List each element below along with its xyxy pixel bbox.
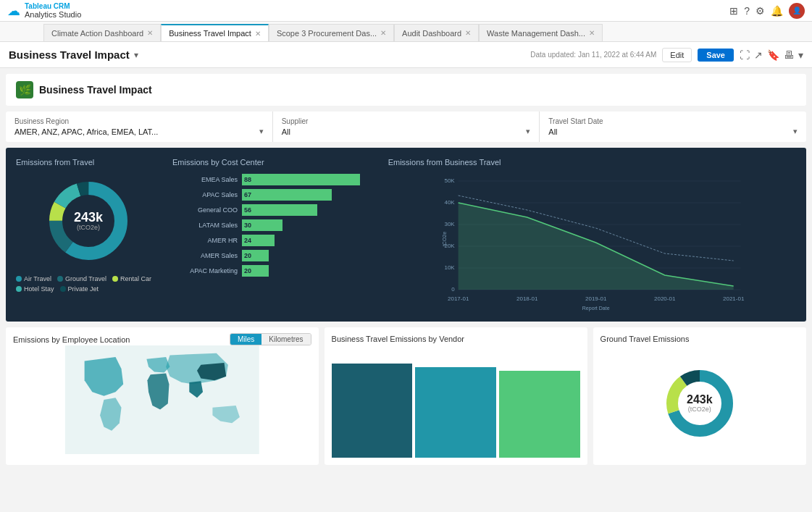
- header-left: Business Travel Impact ▾: [9, 49, 138, 61]
- svg-text:tCO2e: tCO2e: [441, 232, 446, 246]
- tab-audit[interactable]: Audit Dashboard ✕: [394, 24, 479, 41]
- bar-fill-5: 20: [242, 250, 269, 261]
- bar-track-5: 20: [242, 250, 377, 261]
- legend-air-travel: Air Travel: [16, 275, 51, 282]
- svg-text:2017-01: 2017-01: [448, 295, 469, 302]
- tabs-bar: Climate Action Dashboard ✕ Business Trav…: [0, 22, 812, 42]
- ground-value: 243k: [687, 394, 713, 406]
- cost-panel-title: Emissions by Cost Center: [172, 158, 377, 167]
- tab-climate-action[interactable]: Climate Action Dashboard ✕: [43, 24, 161, 41]
- panel-employee-map: Emissions by Employee Location Miles Kil…: [6, 327, 319, 465]
- panel-line-chart: Emissions from Business Travel 50K 40K 3…: [388, 158, 796, 311]
- legend-dot-ground: [57, 276, 63, 282]
- print-icon[interactable]: 🖶: [784, 49, 794, 61]
- edit-button[interactable]: Edit: [662, 48, 692, 62]
- page-title: Business Travel Impact: [9, 49, 130, 61]
- filter-supplier-arrow: ▾: [526, 127, 530, 136]
- donut-chart-container: 243k (tCO2e): [16, 174, 161, 268]
- line-panel-title: Emissions from Business Travel: [388, 158, 796, 167]
- svg-text:Report Date: Report Date: [582, 306, 609, 311]
- cost-center-bars: EMEA Sales 88 APAC Sales 67: [172, 174, 377, 277]
- tab-close-climate[interactable]: ✕: [147, 29, 153, 37]
- dashboard-icon: 🌿: [16, 81, 33, 98]
- top-bar-icons: ⊞ ? ⚙ 🔔 👤: [729, 3, 805, 19]
- fullscreen-icon[interactable]: ⛶: [740, 49, 750, 61]
- avatar[interactable]: 👤: [789, 3, 805, 19]
- app-brand: ☁ Tableau CRM Analytics Studio: [7, 2, 81, 19]
- dark-section: Emissions from Travel 243k (tCO2e): [6, 148, 806, 322]
- toggle-km[interactable]: Kilometres: [261, 334, 310, 345]
- bar-track-1: 67: [242, 189, 377, 201]
- vendor-bar-0: [332, 364, 413, 458]
- tab-close-audit[interactable]: ✕: [465, 29, 471, 37]
- legend-dot-air: [16, 276, 22, 282]
- tab-waste[interactable]: Waste Management Dash... ✕: [479, 24, 603, 41]
- leaf-icon: 🌿: [19, 84, 31, 96]
- donut-unit: (tCO2e): [74, 224, 103, 231]
- filter-region[interactable]: Business Region AMER, ANZ, APAC, Africa,…: [6, 112, 273, 142]
- filter-travel-date[interactable]: Travel Start Date All ▾: [540, 112, 806, 142]
- tab-close-waste[interactable]: ✕: [589, 29, 595, 37]
- svg-text:40K: 40K: [444, 199, 455, 206]
- help-icon[interactable]: ?: [744, 5, 750, 17]
- bookmark-icon[interactable]: 🔖: [767, 49, 779, 61]
- app-name: Tableau CRM Analytics Studio: [25, 2, 81, 19]
- share-icon[interactable]: ↗: [754, 49, 763, 61]
- filter-date-arrow: ▾: [793, 127, 798, 136]
- tab-scope3[interactable]: Scope 3 Procurement Das... ✕: [269, 24, 394, 41]
- data-updated-text: Data updated: Jan 11, 2022 at 6:44 AM: [530, 51, 656, 59]
- ground-center: 243k (tCO2e): [687, 394, 713, 413]
- header-action-icons: ⛶ ↗ 🔖 🖶 ▾: [740, 49, 803, 61]
- filter-date-label: Travel Start Date: [548, 117, 798, 125]
- ground-unit: (tCO2e): [687, 406, 713, 413]
- travel-panel-title: Emissions from Travel: [16, 158, 161, 167]
- vendor-bar-2: [499, 371, 580, 458]
- tab-close-business[interactable]: ✕: [255, 30, 261, 38]
- map-header: Emissions by Employee Location Miles Kil…: [13, 335, 311, 345]
- more-icon[interactable]: ▾: [798, 49, 803, 61]
- legend-hotel-stay: Hotel Stay: [16, 285, 54, 293]
- bar-row-amer-sales: AMER Sales 20: [172, 250, 377, 261]
- ground-title: Ground Travel Emissions: [600, 335, 799, 343]
- filter-date-value: All ▾: [548, 127, 798, 136]
- world-map: [13, 345, 311, 454]
- bottom-row: Emissions by Employee Location Miles Kil…: [6, 327, 806, 465]
- bar-row-amer-hr: AMER HR 24: [172, 235, 377, 246]
- apps-icon[interactable]: ⊞: [729, 5, 738, 17]
- svg-text:0: 0: [451, 286, 455, 293]
- salesforce-logo: ☁: [7, 3, 20, 19]
- bar-track-4: 24: [242, 235, 377, 246]
- bar-row-emea: EMEA Sales 88: [172, 174, 377, 185]
- title-dropdown-icon[interactable]: ▾: [134, 50, 138, 60]
- bar-track-0: 88: [242, 174, 377, 185]
- line-chart-area: 50K 40K 30K 20K 10K 0 tCO2e: [388, 174, 796, 311]
- donut-chart: 243k (tCO2e): [41, 174, 135, 268]
- line-chart-svg: 50K 40K 30K 20K 10K 0 tCO2e: [388, 174, 796, 311]
- toggle-miles[interactable]: Miles: [230, 334, 261, 345]
- bar-track-3: 30: [242, 219, 377, 231]
- tab-close-scope3[interactable]: ✕: [380, 29, 386, 37]
- legend-rental-car: Rental Car: [112, 275, 151, 282]
- svg-text:50K: 50K: [444, 177, 455, 184]
- bar-fill-0: 88: [242, 174, 360, 185]
- vendor-bar-1: [415, 367, 496, 458]
- panel-vendor: Business Travel Emissions by Vendor: [325, 327, 587, 465]
- header-bar: Business Travel Impact ▾ Data updated: J…: [0, 42, 812, 68]
- legend-dot-hotel: [16, 286, 22, 292]
- notifications-icon[interactable]: 🔔: [771, 5, 783, 17]
- filters-bar: Business Region AMER, ANZ, APAC, Africa,…: [6, 112, 806, 142]
- legend-dot-rental: [112, 276, 118, 282]
- vendor-fill-0: [332, 364, 413, 458]
- filter-region-arrow: ▾: [259, 127, 264, 136]
- bar-fill-4: 24: [242, 235, 275, 246]
- settings-icon[interactable]: ⚙: [756, 5, 765, 17]
- legend-ground-travel: Ground Travel: [57, 275, 106, 282]
- dashboard-header: 🌿 Business Travel Impact: [6, 74, 806, 106]
- bar-row-apac: APAC Sales 67: [172, 189, 377, 201]
- tab-business-travel[interactable]: Business Travel Impact ✕: [161, 24, 269, 41]
- top-bar: ☁ Tableau CRM Analytics Studio ⊞ ? ⚙ 🔔 👤: [0, 0, 812, 22]
- save-button[interactable]: Save: [698, 49, 734, 62]
- ground-donut-chart: 243k (tCO2e): [660, 364, 740, 443]
- filter-supplier[interactable]: Supplier All ▾: [273, 112, 540, 142]
- donut-center: 243k (tCO2e): [74, 211, 103, 231]
